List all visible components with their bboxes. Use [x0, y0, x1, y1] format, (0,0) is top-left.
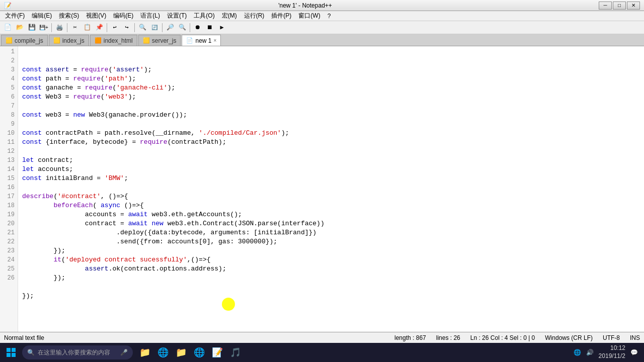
status-right: length : 867 lines : 26 Ln : 26 Col : 4 …: [394, 334, 640, 341]
code-line: const web3 = new Web3(ganache.provider()…: [22, 111, 640, 120]
tab-label: new 1: [195, 37, 211, 44]
menu-item[interactable]: 视图(V): [83, 11, 109, 21]
line-number: 7: [0, 102, 18, 111]
code-line: const initialBrand = 'BMW';: [22, 174, 640, 183]
clock-time: 10:12: [599, 344, 625, 352]
taskbar-app-chrome-browser[interactable]: 🌐: [191, 344, 207, 360]
find-button[interactable]: 🔍: [137, 22, 148, 33]
line-number: 25: [0, 264, 18, 274]
line-number: 22: [0, 237, 18, 246]
undo-button[interactable]: ↩: [109, 22, 120, 33]
line-number: 3: [0, 65, 18, 74]
code-line: });: [22, 292, 640, 301]
title-bar-icon: 📝: [4, 2, 12, 9]
code-line: const assert = require('assert');: [22, 65, 640, 74]
line-number: 8: [0, 111, 18, 120]
menu-item[interactable]: ?: [325, 12, 334, 20]
line-number: 26: [0, 274, 18, 283]
separator-3: [107, 23, 107, 32]
menu-item[interactable]: 窗口(W): [295, 11, 323, 21]
insert-mode: INS: [630, 334, 640, 341]
file-length: length : 867: [394, 334, 426, 341]
menu-item[interactable]: 编码(E): [110, 11, 136, 21]
code-line: const ganache = require('ganache-cli');: [22, 83, 640, 93]
file-type: Normal text file: [4, 334, 44, 341]
code-line: [22, 147, 640, 156]
copy-button[interactable]: 📋: [82, 22, 93, 33]
code-line: const contractPath = path.resolve(__dirn…: [22, 129, 640, 138]
menu-item[interactable]: 运行(R): [241, 11, 268, 21]
line-number: 14: [0, 165, 18, 174]
macro-play-button[interactable]: ▶: [216, 22, 227, 33]
menu-item[interactable]: 设置(T): [164, 11, 190, 21]
code-line: });: [22, 246, 640, 255]
paste-button[interactable]: 📌: [94, 22, 105, 33]
tab-index_js[interactable]: 🟨index_js: [49, 35, 89, 46]
maximize-button[interactable]: □: [613, 2, 626, 10]
line-number: 20: [0, 219, 18, 228]
minimize-button[interactable]: ─: [599, 2, 612, 10]
zoom-out-button[interactable]: 🔍: [177, 22, 188, 33]
taskbar-search[interactable]: 🔍 在这里输入你要搜索的内容 🎤: [22, 345, 133, 359]
line-number: 11: [0, 138, 18, 147]
taskbar-app-media-player[interactable]: 🎵: [227, 344, 244, 360]
code-line: it('deployed contract sucessfully',()=>{: [22, 255, 640, 264]
tab-compile_js[interactable]: 🟨compile_js: [1, 35, 48, 46]
line-number: 16: [0, 183, 18, 192]
clock-date: 2019/11/2: [599, 352, 625, 360]
editor-container: 1234567891011121314151617181920212223242…: [0, 46, 644, 332]
toolbar: 📄 📂 💾 💾+ 🖨️ ✂️ 📋 📌 ↩ ↪ 🔍 🔄 🔎 🔍 ⏺ ⏹ ▶: [0, 21, 644, 34]
tab-icon: 🟧: [95, 37, 102, 44]
open-button[interactable]: 📂: [14, 22, 25, 33]
search-icon: 🔍: [27, 349, 35, 356]
tab-index_html[interactable]: 🟧index_html: [90, 35, 137, 46]
editor-wrapper[interactable]: const assert = require('assert');const p…: [18, 46, 644, 332]
tab-icon: 🟨: [53, 37, 60, 44]
zoom-in-button[interactable]: 🔎: [165, 22, 176, 33]
line-number: 17: [0, 192, 18, 201]
new-button[interactable]: 📄: [2, 22, 13, 33]
macro-stop-button[interactable]: ⏹: [204, 22, 215, 33]
start-button[interactable]: [2, 344, 20, 361]
taskbar-app-edge-browser[interactable]: 🌐: [155, 344, 171, 360]
line-ending: Windows (CR LF): [545, 334, 593, 341]
code-line: contract = await new web3.eth.Contract(J…: [22, 219, 640, 228]
tab-label: server_js: [152, 37, 177, 44]
taskbar-app-file-explorer[interactable]: 📁: [137, 344, 153, 360]
menu-item[interactable]: 语言(L): [137, 11, 163, 21]
menu-item[interactable]: 宏(M): [219, 11, 240, 21]
tab-close-button[interactable]: ×: [213, 38, 216, 43]
menu-item[interactable]: 工具(O): [191, 11, 217, 21]
save-all-button[interactable]: 💾+: [38, 22, 49, 33]
replace-button[interactable]: 🔄: [149, 22, 160, 33]
line-number: 2: [0, 56, 18, 65]
tab-server_js[interactable]: 🟨server_js: [138, 35, 181, 46]
code-area[interactable]: const assert = require('assert');const p…: [18, 46, 644, 332]
save-button[interactable]: 💾: [26, 22, 37, 33]
line-number: 23: [0, 246, 18, 255]
window-controls: ─ □ ✕: [599, 2, 640, 10]
menu-item[interactable]: 编辑(E): [29, 11, 55, 21]
tab-label: index_js: [62, 37, 85, 44]
line-number: 19: [0, 210, 18, 219]
line-number: 21: [0, 228, 18, 237]
close-button[interactable]: ✕: [627, 2, 640, 10]
code-line: let contract;: [22, 156, 640, 165]
taskbar-app-word-app[interactable]: 📝: [209, 344, 225, 360]
menu-item[interactable]: 搜索(S): [56, 11, 82, 21]
redo-button[interactable]: ↪: [121, 22, 132, 33]
code-line: beforeEach( async ()=>{: [22, 201, 640, 210]
code-line: const path = require('path');: [22, 74, 640, 83]
cut-button[interactable]: ✂️: [69, 22, 80, 33]
print-button[interactable]: 🖨️: [54, 22, 65, 33]
menu-item[interactable]: 文件(F): [2, 11, 28, 21]
tab-new-1[interactable]: 📄new 1×: [182, 35, 221, 46]
tab-icon: 📄: [186, 37, 193, 44]
taskbar-app-folder[interactable]: 📁: [173, 344, 189, 360]
menu-item[interactable]: 插件(P): [268, 11, 294, 21]
notification-icon: 💬: [630, 349, 638, 356]
macro-record-button[interactable]: ⏺: [192, 22, 203, 33]
menu-bar: 文件(F)编辑(E)搜索(S)视图(V)编码(E)语言(L)设置(T)工具(O)…: [0, 11, 644, 21]
microphone-icon: 🎤: [120, 349, 128, 356]
line-number: 10: [0, 129, 18, 138]
